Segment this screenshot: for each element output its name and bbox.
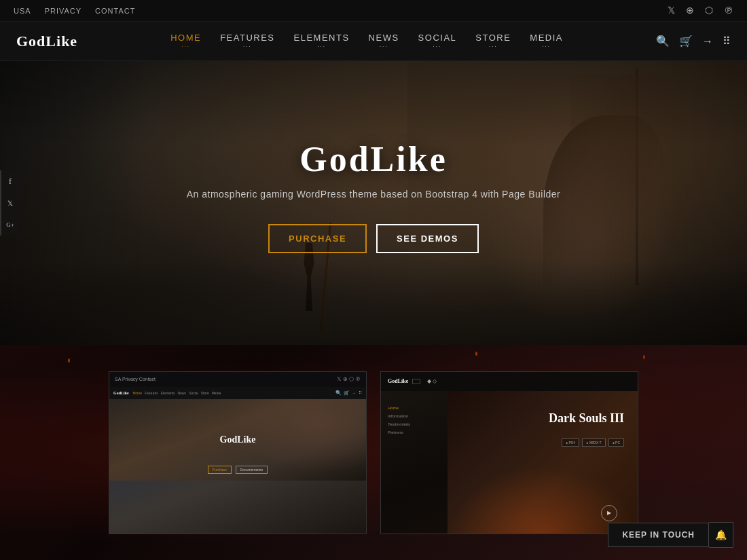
demo-icons: ◆ ◇ bbox=[427, 378, 437, 384]
search-icon[interactable]: 🔍 bbox=[656, 35, 670, 48]
demo-social-icons: 𝕏 ⊕ ⬡ ℗ bbox=[337, 376, 361, 382]
instagram-icon[interactable]: ⬡ bbox=[705, 5, 713, 16]
platform-ps4: ● PS4 bbox=[562, 438, 579, 447]
demo-card-2-title: Dark Souls III bbox=[549, 411, 624, 426]
top-bar: USA Privacy Contact 𝕏 ⊕ ⬡ ℗ bbox=[0, 0, 747, 22]
keep-in-touch-button[interactable]: Keep in Touch bbox=[608, 523, 709, 547]
nav-news[interactable]: News ··· bbox=[369, 33, 399, 50]
nav-contact[interactable]: Contact bbox=[95, 7, 135, 15]
nav-usa[interactable]: USA bbox=[14, 7, 31, 15]
hero-buttons: Purchase See Demos bbox=[268, 224, 479, 253]
demo-card-1-logo: GodLike bbox=[113, 391, 129, 395]
demo-card-1-header: SA Privacy Contact 𝕏 ⊕ ⬡ ℗ bbox=[109, 372, 366, 387]
demo-card-1-nav-items: Home Features Elements News Social Store… bbox=[133, 391, 221, 395]
demo-cart-icon: 🛒 bbox=[344, 390, 350, 396]
purchase-button[interactable]: Purchase bbox=[268, 224, 367, 253]
fire-particle bbox=[68, 358, 70, 362]
demo-card-1-bg: SA Privacy Contact 𝕏 ⊕ ⬡ ℗ GodLike Home … bbox=[109, 372, 366, 534]
hero-side-social: f 𝕏 G+ bbox=[0, 170, 19, 236]
demo-card-1[interactable]: SA Privacy Contact 𝕏 ⊕ ⬡ ℗ GodLike Home … bbox=[109, 371, 367, 534]
platform-pc: ● PC bbox=[608, 438, 624, 447]
demo-nav-elements: Elements bbox=[161, 391, 175, 395]
demo-card-1-buttons: Purchase Documentation bbox=[208, 466, 268, 474]
demo-nav-features: Features bbox=[145, 391, 158, 395]
hero-title: GodLike bbox=[299, 139, 448, 179]
demo-card-2-bg: GodLike ◆ ◇ Home Information Testimonial… bbox=[381, 372, 638, 534]
site-logo[interactable]: GodLike bbox=[16, 33, 77, 50]
demo-sidenav-testimonials: Testimonials bbox=[388, 422, 410, 426]
nav-features[interactable]: Features ··· bbox=[220, 33, 274, 50]
bell-icon: 🔔 bbox=[715, 529, 727, 541]
fire-particle bbox=[475, 352, 477, 356]
top-nav-links: USA Privacy Contact bbox=[14, 7, 135, 15]
demo-nav-media: Media bbox=[212, 391, 221, 395]
demo-login-icon: → bbox=[352, 390, 357, 396]
demo-nav-home: Home bbox=[133, 391, 142, 395]
cart-icon[interactable]: 🛒 bbox=[679, 35, 693, 48]
demo-sidenav-home: Home bbox=[388, 406, 410, 410]
twitter-icon[interactable]: 𝕏 bbox=[668, 5, 675, 16]
demo-docs-btn: Documentation bbox=[236, 466, 268, 474]
nav-privacy[interactable]: Privacy bbox=[45, 7, 81, 15]
demo-platform-buttons: ● PS4 ● XBOX T ● PC bbox=[562, 438, 624, 447]
side-twitter-icon[interactable]: 𝕏 bbox=[0, 192, 19, 214]
demo-card-1-title: GodLike bbox=[220, 434, 256, 445]
nav-media[interactable]: Media ··· bbox=[530, 33, 563, 50]
nav-home[interactable]: Home ··· bbox=[170, 33, 201, 50]
keep-in-touch-section: Keep in Touch 🔔 bbox=[608, 522, 733, 548]
side-googleplus-icon[interactable]: G+ bbox=[0, 214, 19, 236]
demo-nav-news: News bbox=[178, 391, 187, 395]
demo-search-icon: 🔍 bbox=[335, 390, 342, 396]
demo-card-1-hero: GodLike Purchase Documentation bbox=[109, 399, 366, 481]
platform-xbox: ● XBOX T bbox=[582, 438, 606, 447]
demo-nav-social: Social bbox=[189, 391, 198, 395]
demo-card-2-sidenav: Home Information Testimonials Partners bbox=[388, 406, 410, 434]
top-social-links: 𝕏 ⊕ ⬡ ℗ bbox=[668, 5, 733, 16]
main-nav: GodLike Home ··· Features ··· Elements ·… bbox=[0, 22, 747, 61]
hero-subtitle: An atmospheric gaming WordPress theme ba… bbox=[187, 189, 561, 200]
grid-icon[interactable]: ⠿ bbox=[723, 35, 731, 48]
nav-action-icons: 🔍 🛒 → ⠿ bbox=[656, 35, 731, 48]
nav-elements[interactable]: Elements ··· bbox=[294, 33, 350, 50]
notification-icon-button[interactable]: 🔔 bbox=[709, 522, 733, 548]
demo-sidenav-info: Information bbox=[388, 414, 410, 418]
pinterest-icon[interactable]: ℗ bbox=[724, 5, 733, 16]
login-icon[interactable]: → bbox=[702, 35, 713, 48]
demo-card-1-nav: GodLike Home Features Elements News Soci… bbox=[109, 387, 366, 399]
demo-card-2-header: GodLike ◆ ◇ bbox=[381, 372, 638, 391]
demo-sidenav-partners: Partners bbox=[388, 430, 410, 434]
hero-content: GodLike An atmospheric gaming WordPress … bbox=[0, 61, 747, 345]
nav-social[interactable]: Social ··· bbox=[418, 33, 457, 50]
see-demos-button[interactable]: See Demos bbox=[376, 224, 479, 253]
demo-header-text: SA Privacy Contact bbox=[115, 377, 156, 381]
play-button: ▶ bbox=[601, 505, 617, 521]
nav-store[interactable]: Store ··· bbox=[475, 33, 511, 50]
fire-particle bbox=[643, 355, 645, 359]
demo-search-box bbox=[412, 379, 420, 384]
demo-purchase-btn: Purchase bbox=[208, 466, 232, 474]
demo-card-2-content: Dark Souls III ● PS4 ● XBOX T ● PC ▶ bbox=[448, 391, 638, 534]
side-facebook-icon[interactable]: f bbox=[0, 170, 19, 192]
demo-card-2[interactable]: GodLike ◆ ◇ Home Information Testimonial… bbox=[380, 371, 638, 534]
demo-nav-icons: 🔍 🛒 → ⠿ bbox=[335, 390, 362, 396]
demo-grid-icon: ⠿ bbox=[359, 390, 362, 396]
dribbble-icon[interactable]: ⊕ bbox=[686, 5, 694, 16]
lower-section: SA Privacy Contact 𝕏 ⊕ ⬡ ℗ GodLike Home … bbox=[0, 345, 747, 560]
demo-card-2-logo: GodLike bbox=[388, 378, 408, 384]
hero-section: f 𝕏 G+ GodLike An atmospheric gaming Wor… bbox=[0, 61, 747, 345]
demo-nav-store: Store bbox=[201, 391, 209, 395]
nav-menu: Home ··· Features ··· Elements ··· News … bbox=[170, 33, 563, 50]
